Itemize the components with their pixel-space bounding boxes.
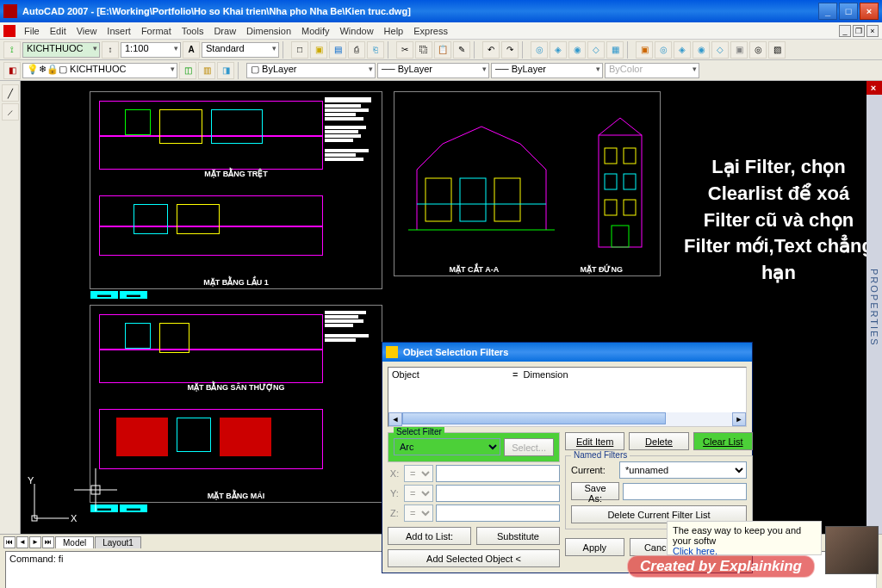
linetype-combo[interactable]: ── ByLayer bbox=[377, 63, 489, 78]
tab-layout1[interactable]: Layout1 bbox=[95, 536, 141, 548]
add-to-list-button[interactable]: Add to List: bbox=[388, 527, 471, 545]
mdi-minimize[interactable]: _ bbox=[839, 25, 851, 37]
add-selected-object-button[interactable]: Add Selected Object < bbox=[388, 549, 560, 567]
tab-last-icon[interactable]: ⏭ bbox=[42, 536, 54, 548]
menu-tools[interactable]: Tools bbox=[177, 24, 209, 38]
menu-format[interactable]: Format bbox=[136, 24, 177, 38]
z-op[interactable]: = bbox=[404, 504, 433, 522]
3d-6-icon[interactable]: ◎ bbox=[655, 41, 672, 59]
text-icon[interactable]: A bbox=[183, 41, 200, 59]
filter-list[interactable]: Object= Dimension ◄ ► bbox=[388, 367, 747, 427]
tab-first-icon[interactable]: ⏮ bbox=[3, 536, 16, 548]
save-as-button[interactable]: Save As: bbox=[571, 482, 619, 500]
filter-type-select[interactable]: Arc bbox=[394, 438, 500, 455]
3d-8-icon[interactable]: ◉ bbox=[693, 41, 710, 59]
block-icon[interactable]: ▣ bbox=[636, 41, 653, 59]
save-as-input[interactable] bbox=[623, 483, 747, 500]
y-op[interactable]: = bbox=[404, 485, 433, 502]
x-op[interactable]: = bbox=[404, 465, 433, 482]
scale-combo[interactable]: 1:100 bbox=[121, 42, 181, 58]
palette-close-icon[interactable]: × bbox=[866, 81, 882, 95]
app-icon bbox=[3, 4, 17, 18]
line-icon[interactable]: ╱ bbox=[2, 84, 19, 102]
communication-center-popup[interactable]: The easy way to keep you and your softw … bbox=[667, 521, 822, 555]
clear-list-button[interactable]: Clear List bbox=[693, 432, 753, 450]
menu-view[interactable]: View bbox=[71, 24, 102, 38]
layertool-2-icon[interactable]: ▥ bbox=[198, 62, 215, 79]
lineweight-combo[interactable]: ── ByLayer bbox=[491, 63, 603, 78]
3d-10-icon[interactable]: ▣ bbox=[730, 41, 748, 59]
menu-help[interactable]: Help bbox=[379, 24, 409, 38]
3d-5-icon[interactable]: ▦ bbox=[606, 41, 624, 59]
named-filters-group: Named Filters Current: *unnamed Save As:… bbox=[565, 455, 753, 529]
delete-button[interactable]: Delete bbox=[629, 432, 688, 450]
textstyle-combo[interactable]: Standard bbox=[202, 42, 279, 58]
tab-model[interactable]: Model bbox=[55, 536, 94, 548]
ucs-icon: YX bbox=[26, 475, 78, 529]
std-new-icon[interactable]: □ bbox=[291, 41, 308, 59]
dimstyle-combo[interactable]: KICHTHUOC bbox=[22, 42, 100, 58]
mdi-restore[interactable]: ❐ bbox=[853, 25, 865, 37]
copy-icon[interactable]: ⿻ bbox=[415, 41, 432, 59]
edit-item-button[interactable]: Edit Item bbox=[565, 432, 624, 450]
minimize-button[interactable]: _ bbox=[818, 3, 837, 20]
menu-window[interactable]: Window bbox=[334, 24, 378, 38]
menu-draw[interactable]: Draw bbox=[208, 24, 241, 38]
dim-icon[interactable]: ⟟ bbox=[3, 41, 21, 59]
menu-modify[interactable]: Modify bbox=[296, 24, 334, 38]
3d-9-icon[interactable]: ◇ bbox=[711, 41, 729, 59]
std-open-icon[interactable]: ▣ bbox=[310, 41, 327, 59]
z-val[interactable] bbox=[436, 504, 560, 522]
menu-dimension[interactable]: Dimension bbox=[241, 24, 296, 38]
paste-icon[interactable]: 📋 bbox=[434, 41, 451, 59]
properties-palette-collapsed[interactable]: × PROPERTIES bbox=[866, 81, 882, 534]
std-plot-icon[interactable]: ⎙ bbox=[348, 41, 365, 59]
undo-icon[interactable]: ↶ bbox=[482, 41, 500, 59]
mdi-close[interactable]: × bbox=[866, 25, 879, 37]
3d-12-icon[interactable]: ▧ bbox=[768, 41, 786, 59]
3d-7-icon[interactable]: ◈ bbox=[674, 41, 691, 59]
3d-1-icon[interactable]: ◎ bbox=[531, 41, 548, 59]
3d-3-icon[interactable]: ◉ bbox=[568, 41, 586, 59]
dialog-titlebar[interactable]: Object Selection Filters bbox=[382, 343, 752, 362]
vertical-toolbar-left: ╱ ⟋ bbox=[0, 81, 21, 534]
svg-rect-12 bbox=[612, 226, 629, 247]
match-icon[interactable]: ✎ bbox=[453, 41, 470, 59]
filter-scrollbar[interactable]: ◄ ► bbox=[388, 412, 746, 426]
window-title: AutoCAD 2007 - [E:\Working\Portfolio\Ho … bbox=[22, 6, 817, 16]
apply-button[interactable]: Apply bbox=[565, 538, 624, 556]
menu-insert[interactable]: Insert bbox=[102, 24, 136, 38]
crosshair-icon bbox=[74, 468, 117, 513]
3d-4-icon[interactable]: ◇ bbox=[587, 41, 605, 59]
pline-icon[interactable]: ⟋ bbox=[2, 103, 19, 121]
scroll-left-icon[interactable]: ◄ bbox=[388, 412, 402, 426]
color-combo[interactable]: ▢ ByLayer bbox=[246, 63, 376, 78]
current-filter-select[interactable]: *unnamed bbox=[619, 461, 747, 479]
tab-next-icon[interactable]: ► bbox=[29, 536, 41, 548]
x-val[interactable] bbox=[436, 465, 560, 482]
tab-prev-icon[interactable]: ◄ bbox=[16, 536, 28, 548]
close-button[interactable]: × bbox=[860, 3, 879, 20]
doc-icon bbox=[3, 25, 16, 37]
menu-express[interactable]: Express bbox=[408, 24, 453, 38]
3d-2-icon[interactable]: ◈ bbox=[550, 41, 567, 59]
3d-11-icon[interactable]: ◎ bbox=[749, 41, 767, 59]
substitute-button[interactable]: Substitute bbox=[476, 527, 560, 545]
maximize-button[interactable]: □ bbox=[839, 3, 858, 20]
scroll-right-icon[interactable]: ► bbox=[732, 412, 746, 426]
cut-icon[interactable]: ✂ bbox=[396, 41, 413, 59]
std-preview-icon[interactable]: ⎗ bbox=[367, 41, 384, 59]
y-val[interactable] bbox=[436, 485, 560, 502]
std-save-icon[interactable]: ▤ bbox=[329, 41, 346, 59]
layertool-1-icon[interactable]: ◫ bbox=[179, 62, 196, 79]
redo-icon[interactable]: ↷ bbox=[501, 41, 519, 59]
layerprops-icon[interactable]: ◧ bbox=[3, 62, 21, 79]
layertool-3-icon[interactable]: ◨ bbox=[217, 62, 234, 79]
plotstyle-combo[interactable]: ByColor bbox=[605, 63, 699, 78]
layer-combo[interactable]: 💡❄🔒▢ KICHTHUOC bbox=[22, 63, 177, 78]
dimtool-icon[interactable]: ↕ bbox=[102, 41, 119, 59]
menu-edit[interactable]: Edit bbox=[45, 24, 71, 38]
select-button[interactable]: Select... bbox=[504, 438, 554, 456]
avatar-image bbox=[825, 526, 879, 574]
menu-file[interactable]: File bbox=[19, 24, 45, 38]
